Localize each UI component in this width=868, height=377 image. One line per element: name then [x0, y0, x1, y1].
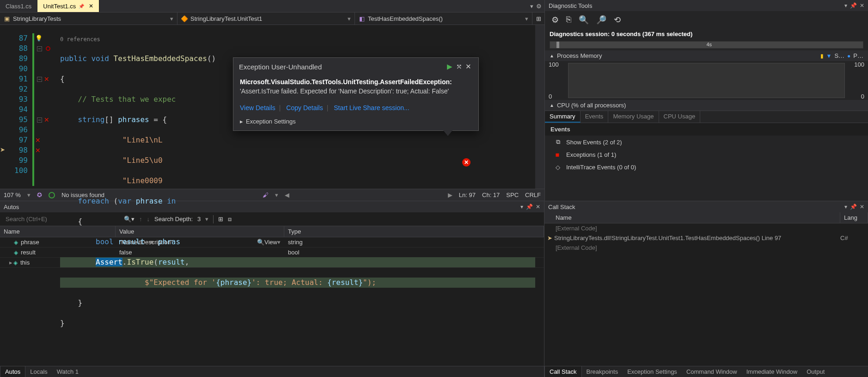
tab-summary[interactable]: Summary: [545, 111, 581, 123]
zoom-out-icon[interactable]: 🔎: [596, 15, 606, 25]
chevron-down-icon: ▾: [170, 15, 173, 22]
tab-breakpoints[interactable]: Breakpoints: [582, 366, 623, 377]
mem-section-header[interactable]: ▲Process Memory▮▼S…●P…: [545, 50, 868, 61]
callstack-grid-header: Name Lang: [544, 212, 868, 223]
exception-message: 'Assert.IsTrue failed. Expected for 'Nam…: [240, 87, 449, 95]
code-editor[interactable]: ➤ 87888990919293949596979899100 💡 − −✕ −…: [0, 25, 544, 189]
continue-icon[interactable]: ▶: [445, 62, 454, 71]
method-icon: ◧: [359, 15, 365, 22]
memory-graph[interactable]: [568, 63, 845, 98]
tab-immediate-window[interactable]: Immediate Window: [742, 366, 802, 377]
cpu-section-header[interactable]: ▲CPU (% of all processors): [545, 100, 868, 111]
gear-icon[interactable]: ⚙: [536, 3, 542, 10]
tab-exception-settings[interactable]: Exception Settings: [623, 366, 682, 377]
events-icon: ⧉: [554, 138, 562, 146]
close-icon[interactable]: ✕: [89, 3, 93, 9]
tab-events[interactable]: Events: [581, 111, 609, 123]
error-icon: ✕: [35, 135, 41, 145]
exception-settings-toggle[interactable]: ▸Exception Settings: [233, 114, 478, 130]
diamond-icon: ◆: [554, 151, 562, 159]
pin-icon[interactable]: ⤲: [454, 62, 464, 71]
stack-frame-external[interactable]: [External Code]: [544, 243, 868, 253]
chevron-down-icon: ▾: [525, 15, 528, 22]
current-frame-icon: ➤: [547, 235, 552, 241]
variable-icon: ◈: [14, 249, 18, 256]
tab-output[interactable]: Output: [802, 366, 829, 377]
event-show-all[interactable]: ⧉Show Events (2 of 2): [545, 136, 868, 148]
split-icon[interactable]: ⊞: [532, 12, 544, 25]
event-exceptions[interactable]: ◆Exceptions (1 of 1): [545, 148, 868, 161]
event-intellitrace[interactable]: ◇IntelliTrace Events (0 of 0): [545, 161, 868, 173]
tab-autos[interactable]: Autos: [0, 366, 25, 377]
gear-icon[interactable]: ⚙: [551, 15, 559, 25]
pin-icon[interactable]: 📌: [79, 4, 84, 9]
export-icon[interactable]: ⎘: [566, 15, 571, 25]
diag-panel-header: Diagnostic Tools▾📌✕: [545, 0, 868, 11]
chevron-down-icon[interactable]: ▾: [530, 3, 533, 10]
callstack-panel-header: Call Stack▾📌✕: [544, 201, 868, 212]
tab-command-window[interactable]: Command Window: [682, 366, 742, 377]
tab-callstack[interactable]: Call Stack: [544, 366, 582, 377]
error-badge-icon: ✕: [462, 158, 471, 167]
line-gutter: 87888990919293949596979899100: [9, 25, 32, 189]
error-icon: ✕: [35, 145, 41, 155]
nav-project[interactable]: ▣StringLibraryTests▾: [0, 12, 177, 25]
references-count[interactable]: 0 references: [60, 35, 535, 43]
survey-icon[interactable]: ✪: [37, 192, 42, 198]
tab-class1[interactable]: Class1.cs: [0, 0, 37, 12]
close-icon[interactable]: ✕: [860, 204, 864, 210]
test-fail-icon: [46, 46, 50, 51]
code-nav-bar: ▣StringLibraryTests▾ 🔶StringLibraryTest.…: [0, 12, 544, 25]
error-icon: ✕: [44, 115, 49, 125]
live-share-link[interactable]: Start Live Share session...: [334, 104, 409, 111]
popup-title: Exception User-Unhandled: [239, 63, 445, 71]
close-icon[interactable]: ✕: [860, 2, 864, 9]
diag-tabs: Summary Events Memory Usage CPU Usage: [545, 111, 868, 123]
close-icon[interactable]: ✕: [536, 204, 540, 210]
tab-locals[interactable]: Locals: [25, 366, 52, 377]
tab-unittest1[interactable]: UnitTest1.cs📌✕: [37, 0, 99, 12]
variable-icon: ◈: [13, 260, 18, 266]
view-details-link[interactable]: View Details: [240, 104, 275, 111]
variable-icon: ◈: [14, 239, 18, 246]
tab-cpu[interactable]: CPU Usage: [659, 111, 701, 123]
ok-icon: [49, 192, 55, 198]
col-lang[interactable]: Lang: [840, 212, 868, 223]
tab-memory[interactable]: Memory Usage: [608, 111, 659, 123]
class-icon: 🔶: [181, 15, 188, 22]
fold-icon[interactable]: −: [37, 46, 42, 51]
nav-class[interactable]: 🔶StringLibraryTest.UnitTest1▾: [177, 12, 355, 25]
document-tabs: Class1.cs UnitTest1.cs📌✕ ▾⚙: [0, 0, 544, 12]
chevron-right-icon: ▸: [240, 118, 243, 125]
exec-pointer-icon: ➤: [0, 146, 5, 153]
reset-view-icon[interactable]: ⟲: [614, 15, 621, 25]
chevron-down-icon[interactable]: ▾: [844, 204, 847, 210]
col-name[interactable]: Name: [544, 212, 840, 223]
pin-icon[interactable]: 📌: [850, 204, 857, 210]
lightbulb-icon[interactable]: 💡: [35, 33, 43, 43]
error-icon: ✕: [44, 74, 49, 84]
events-header: Events: [545, 123, 868, 136]
diamond-outline-icon: ◇: [554, 164, 562, 171]
margin-column: 💡 − −✕ −✕ ✕ ✕: [32, 25, 60, 189]
chevron-down-icon[interactable]: ▾: [844, 2, 847, 9]
callstack-tabs: Call Stack Breakpoints Exception Setting…: [544, 366, 868, 377]
stack-frame-current[interactable]: ➤StringLibraryTests.dll!StringLibraryTes…: [544, 233, 868, 243]
project-icon: ▣: [4, 15, 10, 22]
close-icon[interactable]: ✕: [464, 62, 473, 71]
diag-timeline[interactable]: 4s: [550, 41, 863, 49]
pin-icon[interactable]: 📌: [850, 2, 857, 9]
copy-details-link[interactable]: Copy Details: [286, 104, 323, 111]
scrollbar-v[interactable]: [535, 25, 544, 189]
tab-watch1[interactable]: Watch 1: [52, 366, 83, 377]
zoom-in-icon[interactable]: 🔍: [579, 15, 589, 25]
exception-popup: Exception User-Unhandled ▶ ⤲ ✕ Microsoft…: [233, 57, 479, 131]
stack-frame-external[interactable]: [External Code]: [544, 223, 868, 233]
fold-icon[interactable]: −: [37, 117, 42, 123]
zoom-level[interactable]: 107 %: [4, 192, 21, 198]
fold-icon[interactable]: −: [37, 77, 42, 82]
diag-session-label: Diagnostics session: 0 seconds (367 ms s…: [545, 29, 868, 39]
diag-toolbar: ⚙ ⎘ 🔍 🔎 ⟲: [545, 11, 868, 29]
autos-tabs: Autos Locals Watch 1: [0, 366, 544, 377]
nav-method[interactable]: ◧TestHasEmbeddedSpaces()▾: [355, 12, 532, 25]
